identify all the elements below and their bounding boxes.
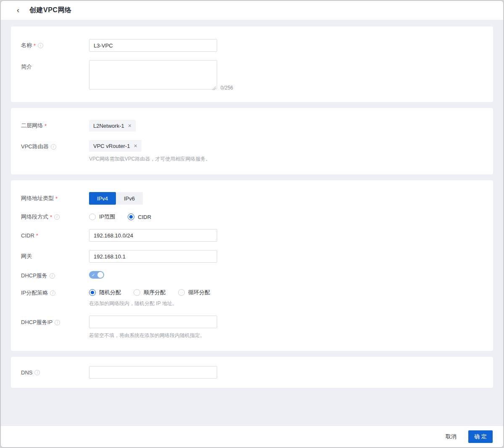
required-asterisk: * [45, 123, 47, 129]
check-icon: ✓ [92, 272, 95, 278]
radio-ip-range[interactable]: IP范围 [89, 213, 115, 221]
l2network-label-text: 二层网络 [21, 122, 43, 129]
address-type-label: 网络地址类型 * [21, 195, 89, 202]
name-label: 名称 * i [21, 42, 89, 49]
required-asterisk: * [34, 42, 36, 49]
cancel-button[interactable]: 取消 [446, 433, 457, 440]
resize-handle-icon[interactable] [212, 86, 216, 90]
vpc-router-label-text: VPC路由器 [21, 143, 49, 150]
name-row: 名称 * i [21, 39, 483, 52]
radio-cidr[interactable]: CIDR [128, 213, 151, 220]
card-dns: DNS i [11, 357, 493, 388]
char-counter: 0/256 [220, 85, 233, 91]
page-title: 创建VPC网络 [29, 6, 71, 15]
dhcp-ip-hint: 若留空不填，将由系统在添加的网络段内随机指定。 [89, 332, 483, 339]
radio-checked-icon [128, 213, 134, 220]
toggle-knob [97, 272, 103, 278]
card-basic-info: 名称 * i 简介 0/256 [11, 26, 493, 102]
dhcp-ip-row: DHCP服务IP i 若留空不填，将由系统在添加的网络段内随机指定。 [21, 316, 483, 339]
info-icon[interactable]: i [54, 214, 60, 220]
ip-alloc-hint: 在添加的网络段内，随机分配 IP 地址。 [89, 300, 483, 307]
vpc-router-row: VPC路由器 i VPC vRouter-1 × VPC网络需加载VPC路由器，… [21, 140, 483, 163]
page-header: ‹ 创建VPC网络 [1, 1, 503, 20]
info-icon[interactable]: i [38, 43, 43, 48]
name-label-text: 名称 [21, 42, 32, 49]
segment-mode-label: 网络段方式 * i [21, 213, 89, 221]
dhcp-row: DHCP服务 i ✓ [21, 271, 483, 280]
gateway-input[interactable] [89, 250, 217, 263]
address-type-segmented: IPv4 IPv6 [89, 192, 143, 205]
vpc-router-hint: VPC网络需加载VPC路由器，才可使用相应网络服务。 [89, 155, 483, 163]
page-footer: 取消 确 定 [1, 425, 503, 447]
radio-ip-range-label: IP范围 [99, 213, 115, 221]
back-icon[interactable]: ‹ [17, 6, 19, 14]
cidr-label-text: CIDR [21, 232, 34, 239]
l2network-tag-text: L2Network-1 [93, 123, 124, 129]
card-address-config: 网络地址类型 * IPv4 IPv6 网络段方式 * i [11, 180, 493, 351]
segment-ipv4-button[interactable]: IPv4 [89, 192, 116, 205]
dhcp-label-text: DHCP服务 [21, 272, 47, 279]
required-asterisk: * [50, 214, 52, 220]
radio-icon [134, 289, 140, 296]
name-input[interactable] [89, 39, 217, 52]
gateway-label-text: 网关 [21, 253, 32, 260]
radio-roundrobin-alloc[interactable]: 循环分配 [178, 289, 210, 296]
info-icon[interactable]: i [51, 144, 56, 150]
dhcp-ip-label: DHCP服务IP i [21, 316, 89, 326]
form-body: 名称 * i 简介 0/256 [1, 20, 503, 425]
ip-alloc-label: IP分配策略 i [21, 289, 89, 297]
segment-ipv6-button[interactable]: IPv6 [116, 192, 143, 205]
required-asterisk: * [36, 232, 38, 239]
description-label-text: 简介 [21, 63, 32, 71]
radio-icon [178, 289, 185, 296]
dns-label-text: DNS [21, 369, 32, 376]
close-icon[interactable]: × [134, 143, 137, 149]
info-icon[interactable]: i [34, 370, 40, 375]
dns-input[interactable] [89, 366, 217, 379]
description-row: 简介 0/256 [21, 60, 483, 91]
vpc-router-tag-text: VPC vRouter-1 [93, 143, 130, 149]
description-textarea[interactable] [89, 60, 217, 90]
gateway-row: 网关 [21, 250, 483, 263]
radio-icon [89, 213, 96, 220]
info-icon[interactable]: i [50, 273, 55, 279]
radio-sequential-alloc[interactable]: 顺序分配 [134, 289, 165, 296]
info-icon[interactable]: i [50, 290, 55, 296]
cidr-label: CIDR * [21, 232, 89, 239]
radio-checked-icon [89, 289, 96, 296]
l2network-row: 二层网络 * L2Network-1 × [21, 120, 483, 132]
gateway-label: 网关 [21, 253, 89, 260]
radio-sequential-label: 顺序分配 [144, 289, 165, 296]
cidr-row: CIDR * [21, 229, 483, 242]
vpc-router-tag[interactable]: VPC vRouter-1 × [89, 140, 142, 152]
dhcp-ip-input[interactable] [89, 316, 217, 328]
dhcp-toggle[interactable]: ✓ [89, 271, 104, 279]
segment-mode-row: 网络段方式 * i IP范围 CIDR [21, 213, 483, 221]
vpc-router-label: VPC路由器 i [21, 140, 89, 150]
l2network-label: 二层网络 * [21, 122, 89, 129]
cidr-input[interactable] [89, 229, 217, 242]
info-icon[interactable]: i [55, 320, 60, 325]
ip-alloc-label-text: IP分配策略 [21, 289, 48, 297]
radio-random-label: 随机分配 [99, 289, 121, 296]
radio-cidr-label: CIDR [138, 214, 151, 220]
address-type-label-text: 网络地址类型 [21, 195, 54, 202]
required-asterisk: * [55, 195, 58, 202]
address-type-row: 网络地址类型 * IPv4 IPv6 [21, 192, 483, 205]
radio-random-alloc[interactable]: 随机分配 [89, 289, 121, 296]
description-label: 简介 [21, 60, 89, 71]
dhcp-ip-label-text: DHCP服务IP [21, 319, 52, 326]
radio-roundrobin-label: 循环分配 [188, 289, 210, 296]
l2network-tag[interactable]: L2Network-1 × [89, 120, 136, 132]
confirm-button[interactable]: 确 定 [468, 430, 493, 443]
dns-row: DNS i [21, 366, 483, 379]
close-icon[interactable]: × [128, 123, 131, 129]
segment-mode-label-text: 网络段方式 [21, 213, 48, 221]
ip-alloc-row: IP分配策略 i 随机分配 顺序分配 [21, 289, 483, 307]
dhcp-label: DHCP服务 i [21, 272, 89, 279]
card-network-attach: 二层网络 * L2Network-1 × VPC路由器 i VPC [11, 108, 493, 174]
create-vpc-network-page: ‹ 创建VPC网络 名称 * i 简介 [0, 0, 504, 448]
dns-label: DNS i [21, 369, 89, 376]
